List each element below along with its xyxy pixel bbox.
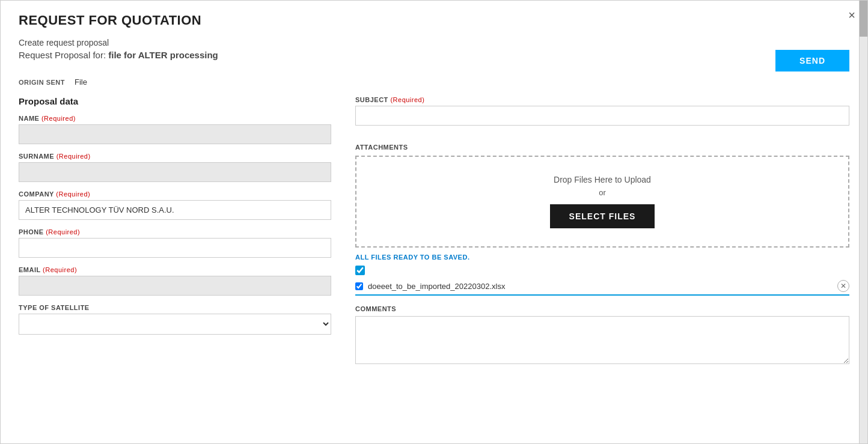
subject-field-group: SUBJECT (Required): [355, 96, 849, 135]
subject-input[interactable]: [355, 106, 849, 126]
select-files-button[interactable]: SELECT FILES: [550, 204, 655, 228]
company-input[interactable]: [19, 200, 331, 220]
origin-label: ORIGIN SENT: [19, 79, 65, 86]
surname-field-group: SURNAME (Required): [19, 153, 331, 182]
request-for-label: Request Proposal for: file for ALTER pro…: [19, 50, 775, 69]
company-field-group: COMPANY (Required): [19, 190, 331, 220]
right-column: SUBJECT (Required) ATTACHMENTS Drop File…: [355, 96, 849, 366]
select-all-checkbox-row: [355, 266, 849, 275]
satellite-field-group: TYPE OF SATELLITE: [19, 304, 331, 335]
left-column: Proposal data NAME (Required) SURNAME (R…: [19, 96, 331, 366]
scrollbar[interactable]: [859, 1, 867, 443]
surname-label: SURNAME (Required): [19, 153, 331, 160]
scrollbar-thumb[interactable]: [860, 1, 867, 37]
satellite-select[interactable]: [19, 314, 331, 335]
origin-value: File: [75, 78, 87, 87]
two-column-layout: Proposal data NAME (Required) SURNAME (R…: [19, 96, 849, 366]
attachments-label: ATTACHMENTS: [355, 144, 849, 151]
page-title: REQUEST FOR QUOTATION: [19, 13, 849, 28]
email-field-group: EMAIL (Required): [19, 266, 331, 296]
name-field-group: NAME (Required): [19, 115, 331, 144]
phone-input[interactable]: [19, 238, 331, 258]
satellite-label: TYPE OF SATELLITE: [19, 304, 331, 311]
files-status: ALL FILES READY TO BE SAVED.: [355, 254, 849, 261]
origin-row: ORIGIN SENT File: [19, 78, 849, 87]
drop-or: or: [368, 188, 836, 197]
drop-zone[interactable]: Drop Files Here to Upload or SELECT FILE…: [355, 156, 849, 248]
select-all-checkbox[interactable]: [355, 266, 365, 275]
surname-input[interactable]: [19, 162, 331, 182]
subject-label: SUBJECT (Required): [355, 96, 849, 103]
drop-text: Drop Files Here to Upload: [368, 175, 836, 184]
file-name: doeeet_to_be_imported_20220302.xlsx: [368, 282, 833, 291]
email-label: EMAIL (Required): [19, 266, 331, 273]
subtitle: Create request proposal: [19, 38, 849, 47]
phone-label: PHONE (Required): [19, 228, 331, 236]
comments-label: COMMENTS: [355, 305, 849, 312]
email-input[interactable]: [19, 276, 331, 296]
send-button[interactable]: SEND: [775, 50, 849, 71]
company-label: COMPANY (Required): [19, 190, 331, 198]
name-input[interactable]: [19, 124, 331, 144]
name-label: NAME (Required): [19, 115, 331, 122]
close-button[interactable]: ×: [848, 9, 855, 21]
proposal-data-title: Proposal data: [19, 96, 331, 106]
file-item: doeeet_to_be_imported_20220302.xlsx ✕: [355, 278, 849, 296]
comments-textarea[interactable]: [355, 316, 849, 364]
file-checkbox[interactable]: [355, 282, 363, 290]
modal-container: × REQUEST FOR QUOTATION Create request p…: [0, 0, 868, 444]
remove-file-button[interactable]: ✕: [837, 280, 849, 292]
phone-field-group: PHONE (Required): [19, 228, 331, 258]
send-row: Request Proposal for: file for ALTER pro…: [19, 50, 849, 71]
